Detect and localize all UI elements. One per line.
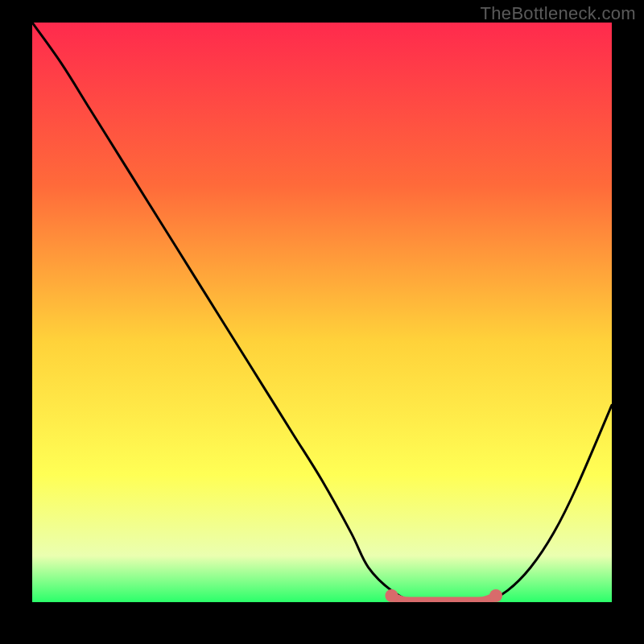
plateau-end-dot — [489, 589, 502, 602]
plateau-start-dot — [385, 589, 398, 602]
watermark-text: TheBottleneck.com — [481, 3, 636, 24]
gradient-background — [32, 23, 612, 602]
chart-frame: TheBottleneck.com — [0, 0, 644, 644]
bottleneck-chart — [32, 23, 612, 602]
